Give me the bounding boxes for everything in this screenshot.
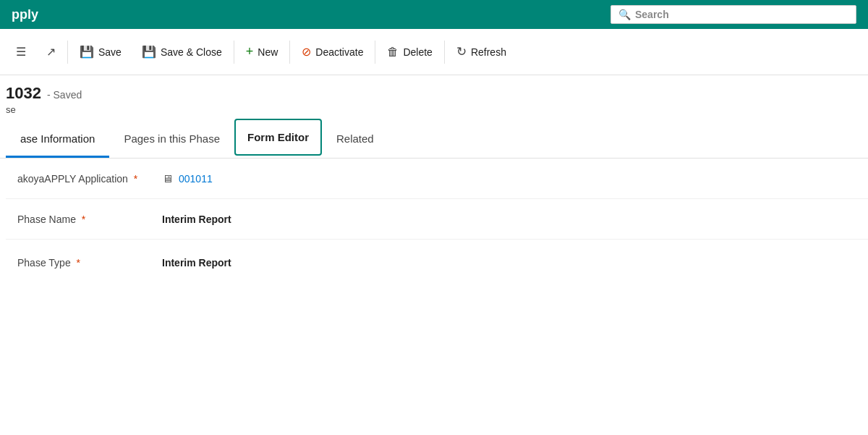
field-row-phase-name: Phase Name * Interim Report xyxy=(6,199,868,240)
field-row-phase-type: Phase Type * Interim Report xyxy=(6,240,868,280)
tab-phase-information[interactable]: ase Information xyxy=(6,121,109,158)
search-box[interactable]: 🔍 Search xyxy=(610,5,856,24)
search-placeholder: Search xyxy=(635,9,669,20)
deactivate-button[interactable]: ⊘ Deactivate xyxy=(292,29,373,75)
field-required-phase-name: * xyxy=(82,214,85,225)
save-label: Save xyxy=(98,46,122,58)
record-type: se xyxy=(6,104,851,115)
deactivate-label: Deactivate xyxy=(315,46,363,58)
form-view-button[interactable]: ☰ xyxy=(6,29,36,75)
toolbar-separator-3 xyxy=(289,41,290,64)
phase-name-value-text: Interim Report xyxy=(162,214,231,225)
refresh-label: Refresh xyxy=(471,46,506,58)
expand-icon: ↗ xyxy=(46,45,56,59)
tab-related-label: Related xyxy=(336,132,374,145)
content-area: akoyaAPPLY Application * 🖥 001011 Phase … xyxy=(0,159,868,280)
save-close-label: Save & Close xyxy=(161,46,222,58)
expand-button[interactable]: ↗ xyxy=(36,29,66,75)
toolbar-separator-5 xyxy=(444,41,445,64)
field-label-application-text: akoyaAPPLY Application xyxy=(17,173,128,185)
refresh-button[interactable]: ↻ Refresh xyxy=(446,29,516,75)
application-field-icon: 🖥 xyxy=(162,172,173,185)
toolbar-separator-4 xyxy=(375,41,375,64)
field-row-application: akoyaAPPLY Application * 🖥 001011 xyxy=(6,159,868,199)
record-status: - Saved xyxy=(47,89,82,101)
field-label-phase-type: Phase Type * xyxy=(17,257,162,269)
tabs-bar: ase Information Pages in this Phase Form… xyxy=(0,121,868,159)
delete-button[interactable]: 🗑 Delete xyxy=(377,29,442,75)
field-value-phase-type: Interim Report xyxy=(162,257,231,269)
record-id: 1032 xyxy=(6,84,41,103)
tab-form-editor-label: Form Editor xyxy=(247,131,309,143)
field-label-application: akoyaAPPLY Application * xyxy=(17,173,162,185)
tab-related[interactable]: Related xyxy=(322,121,388,158)
tab-form-editor[interactable]: Form Editor xyxy=(234,119,322,156)
toolbar-separator-1 xyxy=(67,41,68,64)
top-bar: pply 🔍 Search xyxy=(0,0,868,29)
field-value-application[interactable]: 🖥 001011 xyxy=(162,172,213,185)
field-label-phase-type-text: Phase Type xyxy=(17,257,71,269)
phase-type-value-text: Interim Report xyxy=(162,257,231,269)
delete-icon: 🗑 xyxy=(387,46,399,59)
application-value-text: 001011 xyxy=(179,173,213,185)
save-close-button[interactable]: 💾 Save & Close xyxy=(132,29,232,75)
record-header: 1032 - Saved se xyxy=(0,75,868,118)
save-close-icon: 💾 xyxy=(142,45,156,59)
tab-pages-in-phase-label: Pages in this Phase xyxy=(124,132,220,145)
tab-phase-information-label: ase Information xyxy=(20,132,95,145)
save-button[interactable]: 💾 Save xyxy=(69,29,132,75)
new-button[interactable]: + New xyxy=(236,29,289,75)
new-label: New xyxy=(258,46,278,58)
field-required-phase-type: * xyxy=(77,257,80,269)
field-label-phase-name-text: Phase Name xyxy=(17,214,76,225)
field-required-application: * xyxy=(134,173,137,185)
app-title: pply xyxy=(12,7,38,22)
form-icon: ☰ xyxy=(16,45,26,59)
tab-pages-in-phase[interactable]: Pages in this Phase xyxy=(109,121,234,158)
refresh-icon: ↻ xyxy=(456,44,467,59)
new-icon: + xyxy=(246,44,254,59)
field-label-phase-name: Phase Name * xyxy=(17,214,162,225)
search-icon: 🔍 xyxy=(618,9,631,20)
delete-label: Delete xyxy=(403,46,432,58)
form-section: akoyaAPPLY Application * 🖥 001011 Phase … xyxy=(6,159,868,280)
deactivate-icon: ⊘ xyxy=(302,45,311,59)
toolbar-separator-2 xyxy=(234,41,234,64)
field-value-phase-name: Interim Report xyxy=(162,214,231,225)
toolbar: ☰ ↗ 💾 Save 💾 Save & Close + New ⊘ Deacti… xyxy=(0,29,868,75)
save-icon: 💾 xyxy=(80,45,94,59)
